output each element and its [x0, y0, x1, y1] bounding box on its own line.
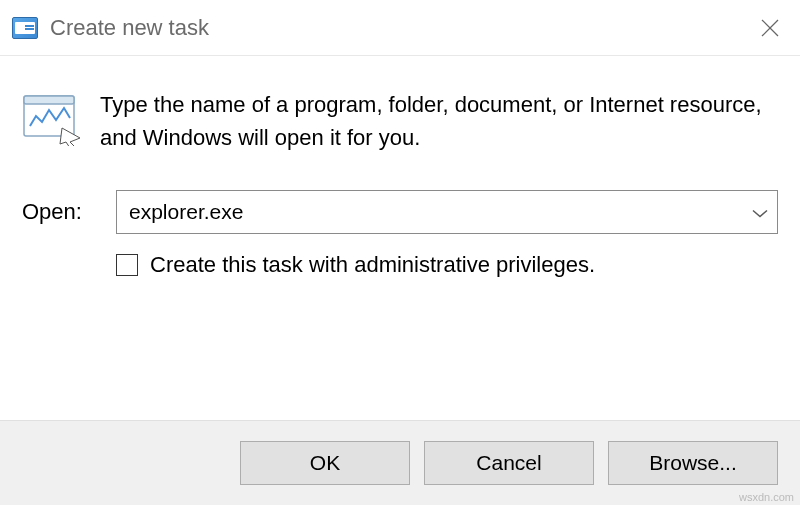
create-task-dialog: Create new task Type the name of a progr…	[0, 0, 800, 505]
close-icon	[761, 19, 779, 37]
info-row: Type the name of a program, folder, docu…	[22, 86, 778, 154]
dialog-content: Type the name of a program, folder, docu…	[0, 56, 800, 420]
watermark: wsxdn.com	[739, 491, 794, 503]
admin-checkbox-row: Create this task with administrative pri…	[116, 252, 778, 278]
button-bar: OK Cancel Browse...	[0, 420, 800, 505]
run-program-icon	[22, 90, 82, 146]
cancel-button[interactable]: Cancel	[424, 441, 594, 485]
open-combo	[116, 190, 778, 234]
close-button[interactable]	[758, 16, 782, 40]
browse-button[interactable]: Browse...	[608, 441, 778, 485]
ok-button[interactable]: OK	[240, 441, 410, 485]
window-title: Create new task	[50, 15, 209, 41]
info-text: Type the name of a program, folder, docu…	[100, 86, 778, 154]
svg-rect-3	[24, 96, 74, 104]
titlebar: Create new task	[0, 0, 800, 56]
admin-checkbox-label[interactable]: Create this task with administrative pri…	[150, 252, 595, 278]
open-input[interactable]	[116, 190, 778, 234]
open-label: Open:	[22, 199, 98, 225]
admin-checkbox[interactable]	[116, 254, 138, 276]
open-row: Open:	[22, 190, 778, 234]
run-dialog-icon	[12, 17, 38, 39]
